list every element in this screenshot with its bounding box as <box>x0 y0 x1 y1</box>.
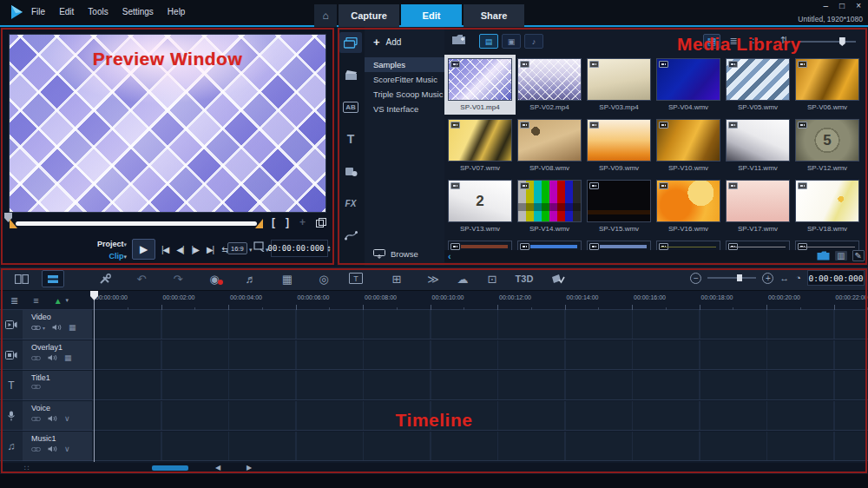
clip-mode-button[interactable]: Clip <box>109 252 124 260</box>
3d-title-button[interactable]: T3D <box>510 270 538 287</box>
library-thumbnail[interactable]: SP-V08.wmv <box>517 119 582 172</box>
enlarge-preview-icon[interactable] <box>253 241 266 252</box>
library-folder-item[interactable]: Samples <box>365 57 444 72</box>
library-thumbnail[interactable]: SP-V02.mp4 <box>517 58 582 111</box>
tools-button[interactable] <box>94 270 116 287</box>
library-thumbnail[interactable]: 2 SP-V13.wmv <box>448 180 512 233</box>
add-folder-button[interactable]: + Add <box>365 36 444 49</box>
motion-tracking-button[interactable]: ≫ <box>422 270 444 287</box>
link-icon[interactable] <box>31 384 41 390</box>
play-button[interactable]: ▶ <box>132 239 155 260</box>
workflow-tab[interactable]: Edit <box>401 4 462 27</box>
video-track-icon[interactable] <box>0 310 23 340</box>
scrollbar-thumb[interactable] <box>152 465 188 471</box>
timeline-ruler[interactable]: ≣ ≡ ▲ ▾ 00:00:00:0000:00:02:0000:00:04:0… <box>0 291 868 310</box>
menu-item[interactable]: Settings <box>122 7 154 16</box>
caret-icon[interactable]: ▾ <box>249 247 253 254</box>
library-thumbnail[interactable]: SP-V05.wmv <box>726 58 790 111</box>
track-manager-icon[interactable]: ≣ <box>10 295 18 307</box>
menu-item[interactable]: File <box>31 7 45 16</box>
record-capture-button[interactable]: ◉ <box>203 270 226 287</box>
library-thumbnail[interactable]: SP-V10.wmv <box>656 119 720 172</box>
slider-knob[interactable] <box>839 37 845 46</box>
library-folder-item[interactable]: ScoreFitter Music <box>365 72 444 87</box>
zoom-in-button[interactable]: + <box>762 273 773 284</box>
blend-mode-icon[interactable]: ▦ <box>64 353 72 362</box>
music-track-icon[interactable]: ♫ <box>0 432 23 461</box>
library-thumbnail[interactable]: SP-V15.wmv <box>587 180 651 233</box>
split-clip-button[interactable]: + <box>299 216 306 228</box>
filter-photo-button[interactable]: ▣ <box>502 34 521 49</box>
caret-icon[interactable]: ▾ <box>43 325 45 331</box>
edit-library-icon[interactable]: ✎ <box>852 250 865 261</box>
transition-icon[interactable]: AB <box>339 96 362 117</box>
cloud-button[interactable]: ☁ <box>451 270 474 287</box>
mute-track-icon[interactable] <box>52 324 62 331</box>
timecode-stepper[interactable]: ▲▼ <box>327 245 332 252</box>
auto-music-button[interactable]: ▦ <box>276 270 299 287</box>
workflow-tab[interactable]: Capture <box>339 4 399 27</box>
title-track-lane[interactable] <box>92 371 868 400</box>
library-thumbnail[interactable]: SP-V18.wmv <box>795 180 859 233</box>
scroll-left-button[interactable]: ‹ <box>448 251 451 261</box>
show-library-folder-icon[interactable] <box>817 251 830 260</box>
undo-button[interactable]: ↶ <box>130 270 153 287</box>
go-end-button[interactable]: ▶| <box>207 245 214 254</box>
mute-track-icon[interactable] <box>48 445 57 452</box>
go-start-button[interactable]: |◀ <box>161 245 168 254</box>
workflow-tab[interactable]: Share <box>464 4 524 27</box>
filter-video-button[interactable]: ▤ <box>479 34 498 49</box>
previous-frame-button[interactable]: ◀| <box>176 245 183 254</box>
menu-item[interactable]: Edit <box>59 7 74 16</box>
preview-timecode[interactable]: 00:00:00:000 ▲▼ <box>271 240 328 257</box>
library-thumbnail[interactable]: SP-V06.wmv <box>795 58 859 111</box>
home-tab-icon[interactable]: ⌂ <box>314 4 337 27</box>
library-thumbnail[interactable]: SP-V07.wmv <box>448 119 512 172</box>
library-thumbnail[interactable]: SP-V11.wmv <box>726 119 790 172</box>
title-track-icon[interactable]: T <box>0 371 23 400</box>
link-icon[interactable] <box>31 446 41 452</box>
timeline-playhead[interactable] <box>94 291 95 462</box>
music-track-header[interactable]: Music1 ∨ <box>23 432 92 461</box>
timeline-zoom-slider[interactable] <box>707 277 756 279</box>
motion-path-icon[interactable] <box>339 225 362 246</box>
chapter-marker-icon[interactable]: ▲ <box>54 296 62 306</box>
library-folder-item[interactable]: VS Interface <box>365 102 444 116</box>
sound-mixer-button[interactable]: ♬ <box>240 270 262 287</box>
video-track-header[interactable]: Video ▾ ▦ <box>23 310 92 340</box>
filter-fx-icon[interactable]: FX <box>339 193 362 214</box>
preview-video[interactable]: Preview Window <box>9 34 326 213</box>
blend-mode-icon[interactable]: ▦ <box>69 323 76 332</box>
zoom-out-button[interactable]: − <box>690 273 701 284</box>
mute-track-icon[interactable] <box>48 354 57 361</box>
library-thumbnail[interactable]: SP-V04.wmv <box>656 58 720 111</box>
media-gallery-icon[interactable] <box>339 32 362 53</box>
timeline-view-button[interactable] <box>42 270 64 287</box>
library-panel-toggle-icon[interactable]: ▥ <box>835 251 846 260</box>
library-thumbnail[interactable]: SP-V03.mp4 <box>587 58 651 111</box>
fit-project-icon[interactable]: ↔ <box>779 273 789 283</box>
gallery-scrollbar[interactable]: ‹ ▥ ✎ <box>444 250 868 262</box>
split-screen-template-button[interactable]: ⊞ <box>385 270 408 287</box>
overlay-track-lane[interactable] <box>92 340 868 370</box>
library-thumbnail[interactable]: 5 SP-V12.wmv <box>795 119 859 172</box>
menu-item[interactable]: Tools <box>88 7 108 16</box>
filter-audio-button[interactable]: ♪ <box>524 34 543 49</box>
thumbnail-size-slider[interactable] <box>800 41 856 43</box>
scroll-left-arrow[interactable]: ◀ <box>215 464 220 472</box>
graphic-icon[interactable] <box>339 161 362 181</box>
duration-clock-icon[interactable]: ◔ <box>795 273 801 283</box>
redo-button[interactable]: ↷ <box>167 270 189 287</box>
overlay-track-header[interactable]: Overlay1 ▦ <box>23 340 92 370</box>
library-folder-item[interactable]: Triple Scoop Music <box>365 87 444 102</box>
link-icon[interactable] <box>31 355 41 361</box>
video-track-lane[interactable] <box>92 310 868 340</box>
link-icon[interactable] <box>31 325 41 331</box>
library-thumbnail[interactable]: SP-V17.wmv <box>726 180 790 233</box>
scroll-right-arrow[interactable]: ▶ <box>247 464 252 472</box>
title-track-header[interactable]: Title1 <box>23 371 92 400</box>
grab-frame-icon[interactable] <box>316 218 326 228</box>
chevron-down-icon[interactable]: ∨ <box>64 445 70 453</box>
close-button[interactable]: × <box>856 1 861 10</box>
music-track-lane[interactable] <box>92 432 868 461</box>
